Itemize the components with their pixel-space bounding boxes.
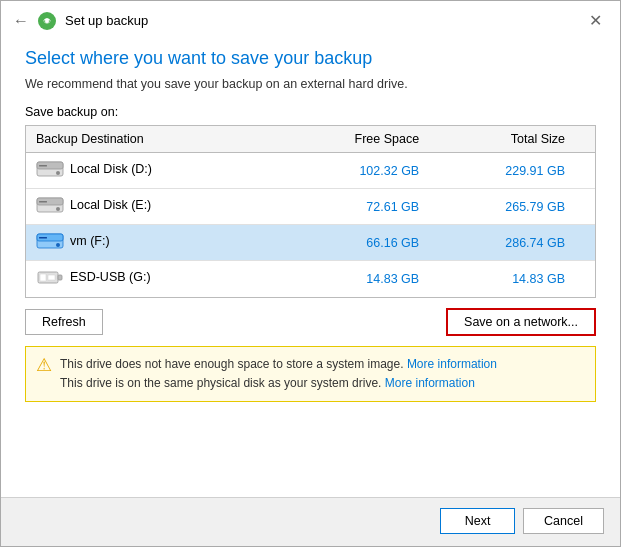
scroll-spacer [575,189,595,225]
window-title: Set up backup [65,13,148,28]
destinations-table: Backup Destination Free Space Total Size… [26,126,595,297]
close-button[interactable]: ✕ [583,9,608,32]
disk-name: Local Disk (E:) [70,198,151,212]
table-row[interactable]: Local Disk (E:) 72.61 GB 265.79 GB [26,189,595,225]
total-size-cell: 229.91 GB [429,153,575,189]
disk-icon-label: Local Disk (E:) [36,195,151,215]
disk-icon-label: Local Disk (D:) [36,159,152,179]
table-row[interactable]: ESD-USB (G:) 14.83 GB 14.83 GB [26,261,595,297]
actions-row: Refresh Save on a network... [25,308,596,336]
table-body: Local Disk (D:) 102.32 GB 229.91 GB Loca… [26,153,595,297]
title-bar: ← Set up backup ✕ [1,1,620,38]
col-scroll [575,126,595,153]
save-label: Save backup on: [25,105,596,119]
disk-icon-label: ESD-USB (G:) [36,267,151,287]
window: ← Set up backup ✕ Select where you want … [0,0,621,547]
save-network-button[interactable]: Save on a network... [446,308,596,336]
disk-name-cell: Local Disk (E:) [26,189,275,225]
footer: Next Cancel [1,497,620,546]
total-size-cell: 286.74 GB [429,225,575,261]
disk-icon-label: vm (F:) [36,231,110,251]
warning-line2: This drive is on the same physical disk … [60,376,381,390]
more-info-link-2[interactable]: More information [385,376,475,390]
disk-name: Local Disk (D:) [70,162,152,176]
disk-name-cell: Local Disk (D:) [26,153,275,189]
svg-point-8 [56,207,60,211]
svg-rect-5 [39,165,47,167]
disk-name-cell: vm (F:) [26,225,275,261]
warning-text: This drive does not have enough space to… [60,355,497,393]
svg-rect-15 [58,275,62,280]
col-destination: Backup Destination [26,126,275,153]
cancel-button[interactable]: Cancel [523,508,604,534]
refresh-button[interactable]: Refresh [25,309,103,335]
free-space-cell: 14.83 GB [275,261,430,297]
scroll-spacer [575,153,595,189]
warning-line1: This drive does not have enough space to… [60,357,404,371]
page-title: Select where you want to save your backu… [25,48,596,69]
svg-point-4 [56,171,60,175]
col-free-space: Free Space [275,126,430,153]
warning-box: ⚠ This drive does not have enough space … [25,346,596,402]
more-info-link-1[interactable]: More information [407,357,497,371]
svg-point-1 [45,19,49,23]
destinations-table-container: Backup Destination Free Space Total Size… [25,125,596,298]
back-button[interactable]: ← [13,12,29,30]
scroll-spacer [575,261,595,297]
subtitle-text: We recommend that you save your backup o… [25,77,596,91]
col-total-size: Total Size [429,126,575,153]
disk-name: ESD-USB (G:) [70,270,151,284]
svg-rect-16 [40,274,46,281]
table-row[interactable]: vm (F:) 66.16 GB 286.74 GB [26,225,595,261]
free-space-cell: 102.32 GB [275,153,430,189]
scroll-spacer [575,225,595,261]
disk-name: vm (F:) [70,234,110,248]
svg-rect-13 [39,237,47,239]
svg-rect-17 [48,275,55,280]
disk-name-cell: ESD-USB (G:) [26,261,275,297]
table-header-row: Backup Destination Free Space Total Size [26,126,595,153]
table-row[interactable]: Local Disk (D:) 102.32 GB 229.91 GB [26,153,595,189]
svg-rect-9 [39,201,47,203]
backup-icon [37,11,57,31]
free-space-cell: 66.16 GB [275,225,430,261]
total-size-cell: 265.79 GB [429,189,575,225]
svg-point-12 [56,243,60,247]
warning-icon: ⚠ [36,356,52,374]
main-content: Select where you want to save your backu… [1,38,620,497]
free-space-cell: 72.61 GB [275,189,430,225]
title-left: ← Set up backup [13,11,148,31]
total-size-cell: 14.83 GB [429,261,575,297]
next-button[interactable]: Next [440,508,515,534]
